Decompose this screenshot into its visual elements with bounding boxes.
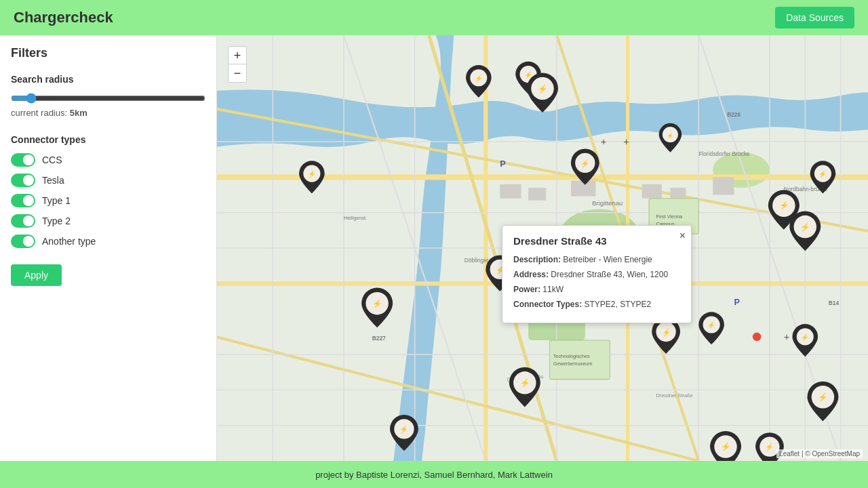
- connector-type-tesla: Tesla: [11, 174, 205, 187]
- popup-connector-types-value: STYPE2, STYPE2: [584, 300, 651, 309]
- svg-text:P: P: [734, 298, 740, 307]
- svg-text:Döblinger: Döblinger: [465, 257, 489, 264]
- popup-power-label: Power:: [513, 285, 540, 294]
- apply-button[interactable]: Apply: [11, 264, 62, 286]
- popup-connector-types-label: Connector Types:: [513, 300, 582, 309]
- zoom-out-button[interactable]: −: [229, 64, 246, 82]
- tesla-label: Tesla: [42, 175, 64, 186]
- svg-rect-29: [528, 188, 546, 201]
- connector-type-another: Another type: [11, 235, 205, 248]
- search-radius-slider[interactable]: [11, 93, 205, 104]
- svg-text:First Vienna: First Vienna: [656, 214, 683, 220]
- map-attribution: Leaflet | © OpenStreetMap: [776, 449, 863, 458]
- svg-rect-33: [713, 177, 734, 195]
- toggle-another[interactable]: [11, 235, 35, 248]
- svg-rect-30: [571, 181, 596, 197]
- current-radius-value: 5km: [70, 108, 87, 118]
- svg-text:P: P: [500, 159, 505, 169]
- svg-text:Heiligenst.: Heiligenst.: [344, 215, 367, 221]
- filters-title: Filters: [11, 46, 205, 60]
- toggle-tesla[interactable]: [11, 174, 35, 187]
- svg-text:Nordbahn-brücke: Nordbahn-brücke: [784, 186, 828, 192]
- main-content: Filters Search radius current radius: 5k…: [0, 35, 868, 461]
- popup-description-label: Description:: [513, 255, 561, 264]
- connector-type-ccs: CCS: [11, 153, 205, 167]
- svg-text:B227: B227: [372, 335, 386, 342]
- type1-label: Type 1: [42, 195, 71, 206]
- connector-type-type1: Type 1: [11, 194, 205, 207]
- popup-close-button[interactable]: ×: [679, 230, 686, 242]
- toggle-type1[interactable]: [11, 194, 35, 207]
- connector-types-section: Connector types CCS Tesla: [11, 134, 205, 248]
- zoom-in-button[interactable]: +: [229, 47, 246, 64]
- type2-label: Type 2: [42, 216, 71, 226]
- popup-description-value: Betreiber - Wien Energie: [563, 255, 652, 264]
- svg-rect-28: [500, 184, 521, 199]
- sidebar: Filters Search radius current radius: 5k…: [0, 35, 217, 461]
- svg-text:Brigittenau: Brigittenau: [592, 199, 623, 207]
- popup-power-value: 11kW: [542, 285, 564, 294]
- popup-address-label: Address:: [513, 270, 549, 279]
- search-radius-section: Search radius current radius: 5km: [11, 74, 205, 118]
- connector-type-type2: Type 2: [11, 214, 205, 228]
- popup-description: Description: Betreiber - Wien Energie: [513, 253, 680, 266]
- app-footer: project by Baptiste Lorenzi, Samuel Bern…: [0, 461, 868, 488]
- toggle-type2[interactable]: [11, 214, 35, 228]
- another-type-label: Another type: [42, 236, 96, 247]
- popup-address-value: Dresdner Straße 43, Wien, 1200: [551, 270, 668, 279]
- svg-text:Technologisches: Technologisches: [553, 353, 590, 359]
- map-container[interactable]: Brigittenau Floridsdorfer Brücke Nordbah…: [217, 35, 868, 461]
- popup-title: Dresdner Straße 43: [513, 235, 680, 247]
- svg-text:B14: B14: [829, 300, 840, 306]
- svg-text:B226: B226: [727, 111, 741, 118]
- toggle-ccs[interactable]: [11, 153, 35, 167]
- app-header: Chargercheck Data Sources: [0, 0, 868, 35]
- zoom-controls: + −: [228, 46, 247, 83]
- data-sources-button[interactable]: Data Sources: [775, 7, 854, 28]
- current-radius-text: current radius: 5km: [11, 108, 205, 118]
- search-radius-label: Search radius: [11, 74, 205, 85]
- popup-power: Power: 11kW: [513, 283, 680, 296]
- popup-connector-types: Connector Types: STYPE2, STYPE2: [513, 298, 680, 310]
- svg-text:Floridsdorfer Brücke: Floridsdorfer Brücke: [698, 150, 750, 157]
- map-popup: × Dresdner Straße 43 Description: Betrei…: [502, 225, 692, 323]
- ccs-label: CCS: [42, 155, 62, 165]
- svg-text:Gewerbemuseum: Gewerbemuseum: [553, 361, 593, 367]
- app-title: Chargercheck: [14, 9, 113, 26]
- connector-types-label: Connector types: [11, 134, 205, 145]
- footer-text: project by Baptiste Lorenzi, Samuel Bern…: [315, 470, 553, 480]
- svg-rect-31: [642, 184, 662, 199]
- svg-text:Dresdner Straße: Dresdner Straße: [656, 392, 692, 399]
- popup-address: Address: Dresdner Straße 43, Wien, 1200: [513, 268, 680, 281]
